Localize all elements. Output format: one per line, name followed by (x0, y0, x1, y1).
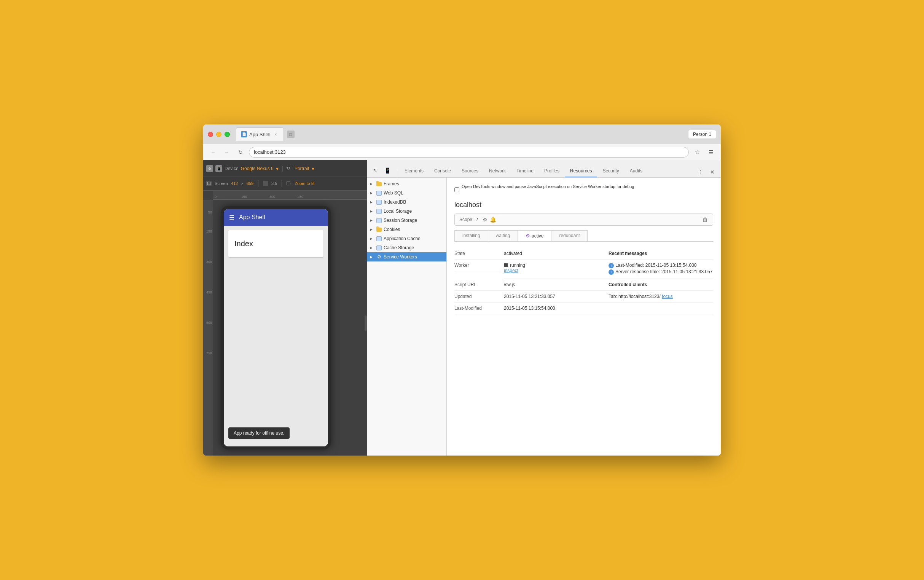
tab-elements[interactable]: Elements (399, 165, 429, 177)
tab-network[interactable]: Network (484, 165, 511, 177)
cachestorage-icon (376, 245, 382, 251)
close-button[interactable] (208, 132, 213, 137)
cookies-arrow: ▶ (370, 227, 374, 231)
active-tab[interactable]: 📄 App Shell × (236, 127, 284, 141)
tab-resources[interactable]: Resources (565, 165, 597, 177)
device-toolbar-toggle[interactable]: ⊘ (206, 165, 213, 172)
sessionstorage-label: Session Storage (384, 218, 417, 223)
address-bar[interactable]: localhost:3123 (249, 147, 689, 158)
person-button[interactable]: Person 1 (688, 130, 716, 139)
sw-tab-installing[interactable]: installing (455, 230, 488, 241)
tab-console[interactable]: Console (429, 165, 456, 177)
sw-debug-checkbox[interactable] (455, 187, 460, 192)
tab-security[interactable]: Security (597, 165, 624, 177)
sw-tab-redundant[interactable]: redundant (551, 230, 588, 241)
scope-delete-button[interactable]: 🗑 (702, 216, 708, 223)
tab-audits[interactable]: Audits (624, 165, 648, 177)
forward-button[interactable]: → (221, 147, 232, 158)
tab-favicon: 📄 (241, 131, 247, 137)
sw-notice-bar: Open DevTools window and pause JavaScrip… (455, 184, 713, 196)
tree-item-cachestorage[interactable]: ▶ Cache Storage (367, 243, 446, 252)
swap-orientation-icon[interactable]: ⟲ (286, 166, 292, 171)
device-screen: ☰ App Shell Index App ready for offline … (224, 209, 328, 447)
hamburger-icon: ☰ (229, 214, 234, 221)
device-select-arrow[interactable]: ▾ (276, 166, 278, 171)
back-button[interactable]: ← (208, 147, 219, 158)
focus-link[interactable]: focus (662, 294, 673, 299)
sw-tab-active[interactable]: ⚙ active (517, 230, 552, 241)
device-toolbar: ⊘ 📱 Device Google Nexus 6 ▾ | ⟲ Portrait… (203, 160, 367, 456)
address-text: localhost:3123 (254, 149, 286, 155)
separator (258, 180, 259, 187)
sw-host: localhost (455, 201, 713, 209)
resources-sidebar: ▶ Frames ▶ Web SQL (367, 178, 447, 456)
index-text: Index (234, 239, 253, 248)
tab-close-button[interactable]: × (273, 131, 279, 137)
tab-title: App Shell (249, 132, 270, 137)
minimize-button[interactable] (216, 132, 221, 137)
more-tabs-button[interactable]: ⋮ (695, 167, 705, 177)
tab-timeline[interactable]: Timeline (511, 165, 539, 177)
cachestorage-label: Cache Storage (384, 245, 414, 250)
resize-handle[interactable] (365, 315, 367, 331)
empty-right (608, 303, 713, 314)
tree-item-cookies[interactable]: ▶ Cookies (367, 225, 446, 234)
tree-item-serviceworkers[interactable]: ▶ ⚙ Service Workers (367, 252, 446, 262)
msg1-text: Last-Modified: 2015-11-05 13:15:54.000 (615, 263, 697, 268)
tree-item-indexeddb[interactable]: ▶ IndexedDB (367, 198, 446, 207)
msg2-text: Server response time: 2015-11-05 13:21:3… (615, 269, 713, 274)
appcache-arrow: ▶ (370, 237, 374, 241)
cursor-icon[interactable]: ↖ (370, 165, 380, 176)
tree-item-localstorage[interactable]: ▶ Local Storage (367, 207, 446, 216)
script-url-value: /sw.js (504, 279, 608, 291)
maximize-button[interactable] (224, 132, 230, 137)
msg-line-2: i Server response time: 2015-11-05 13:21… (608, 269, 713, 275)
tree-item-frames[interactable]: ▶ Frames (367, 179, 446, 188)
sw-tab-waiting[interactable]: waiting (488, 230, 518, 241)
active-gear-icon: ⚙ (525, 233, 530, 239)
scope-settings-icon[interactable]: ⚙ (483, 217, 488, 222)
ruler-toggle[interactable] (206, 181, 212, 186)
sw-notice-text: Open DevTools window and pause JavaScrip… (462, 184, 634, 189)
main-area: ⊘ 📱 Device Google Nexus 6 ▾ | ⟲ Portrait… (203, 160, 721, 456)
frames-label: Frames (384, 181, 399, 186)
tab-sources[interactable]: Sources (456, 165, 484, 177)
orientation-arrow[interactable]: ▾ (312, 166, 315, 171)
inspect-link[interactable]: inspect (504, 268, 518, 273)
close-devtools-button[interactable]: ✕ (707, 167, 718, 177)
recent-msgs-content: i Last-Modified: 2015-11-05 13:15:54.000… (608, 260, 713, 279)
mobile-inspect-icon[interactable]: 📱 (382, 165, 393, 176)
screen-label: Screen (215, 181, 228, 186)
worker-key: Worker (455, 260, 504, 271)
updated-key: Updated (455, 291, 504, 303)
controlled-clients-header: Controlled clients (608, 279, 713, 291)
sw-info-grid: State activated Recent messages Worker r… (455, 248, 713, 314)
updated-value: 2015-11-05 13:21:33.057 (504, 291, 608, 303)
new-tab-button[interactable]: □ (285, 129, 296, 140)
tree-item-websql[interactable]: ▶ Web SQL (367, 188, 446, 198)
sw-label: Service Workers (384, 254, 417, 260)
sw-tab-active-label: active (532, 233, 544, 239)
stop-worker-button[interactable] (504, 264, 508, 267)
nav-bar: ← → ↻ localhost:3123 ☆ ☰ (203, 144, 721, 160)
appcache-icon (376, 236, 382, 242)
websql-icon (376, 190, 382, 196)
mobile-icon: 📱 (216, 165, 222, 172)
worker-state-text: running (510, 263, 525, 268)
cookies-label: Cookies (384, 227, 400, 232)
frames-icon (376, 181, 382, 187)
app-header: ☰ App Shell (224, 209, 328, 226)
scope-bell-icon[interactable]: 🔔 (490, 217, 496, 222)
tab-separator (396, 168, 396, 177)
worker-value: running inspect (504, 260, 608, 279)
reload-button[interactable]: ↻ (235, 147, 246, 158)
devtools-content: ▶ Frames ▶ Web SQL (367, 178, 721, 456)
bookmark-button[interactable]: ☆ (692, 147, 703, 158)
recent-messages-header: Recent messages (608, 248, 713, 260)
app-shell-title: App Shell (239, 214, 265, 221)
tree-item-appcache[interactable]: ▶ Application Cache (367, 234, 446, 243)
tab-profiles[interactable]: Profiles (539, 165, 565, 177)
tree-item-sessionstorage[interactable]: ▶ Session Storage (367, 216, 446, 225)
menu-button[interactable]: ☰ (705, 147, 716, 158)
zoom-checkbox[interactable] (287, 181, 290, 185)
